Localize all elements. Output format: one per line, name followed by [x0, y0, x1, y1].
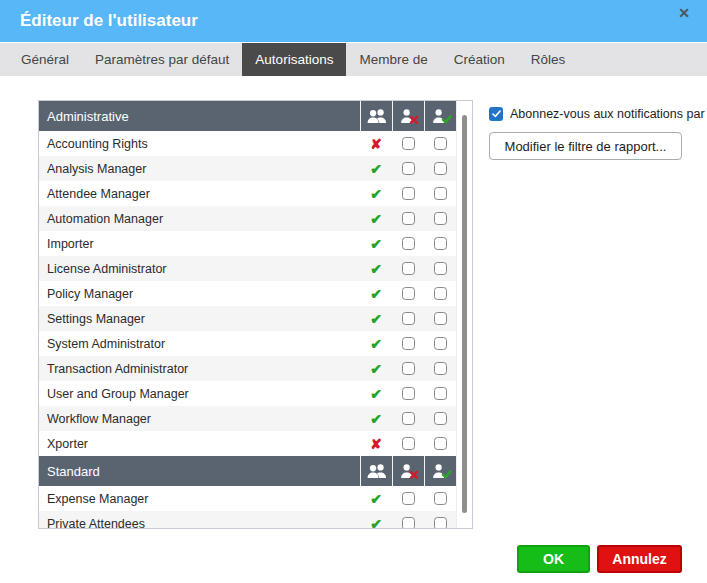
- permission-name: Attendee Manager: [39, 187, 360, 201]
- permission-name: License Administrator: [39, 262, 360, 276]
- allow-checkbox[interactable]: [434, 237, 447, 250]
- deny-checkbox[interactable]: [402, 137, 415, 150]
- allow-checkbox-cell: [424, 287, 456, 300]
- allow-checkbox[interactable]: [434, 287, 447, 300]
- permission-name: Transaction Administrator: [39, 362, 360, 376]
- ok-button[interactable]: OK: [517, 545, 590, 573]
- allow-checkbox[interactable]: [434, 387, 447, 400]
- person-allow-icon: [424, 101, 456, 131]
- check-icon: [492, 110, 501, 118]
- tab-param-tres-par-d-faut[interactable]: Paramètres par défaut: [82, 43, 242, 76]
- deny-checkbox-cell: [392, 312, 424, 325]
- allowed-check-icon: ✔: [370, 311, 382, 327]
- deny-checkbox-cell: [392, 162, 424, 175]
- deny-checkbox[interactable]: [402, 362, 415, 375]
- permission-status-cell: ✔: [360, 161, 392, 177]
- deny-checkbox[interactable]: [402, 237, 415, 250]
- allow-checkbox-cell: [424, 212, 456, 225]
- deny-checkbox[interactable]: [402, 187, 415, 200]
- permission-name: Analysis Manager: [39, 162, 360, 176]
- allow-checkbox[interactable]: [434, 262, 447, 275]
- allow-checkbox[interactable]: [434, 337, 447, 350]
- permission-name: Policy Manager: [39, 287, 360, 301]
- permission-status-cell: ✔: [360, 336, 392, 352]
- deny-checkbox[interactable]: [402, 437, 415, 450]
- allow-checkbox-cell: [424, 187, 456, 200]
- allow-checkbox[interactable]: [434, 137, 447, 150]
- permission-name: Workflow Manager: [39, 412, 360, 426]
- close-icon[interactable]: ✕: [675, 4, 693, 22]
- person-allow-icon: [424, 456, 456, 486]
- permission-name: System Administrator: [39, 337, 360, 351]
- subscribe-notifications-checkbox[interactable]: [489, 107, 503, 121]
- allowed-check-icon: ✔: [370, 211, 382, 227]
- deny-checkbox[interactable]: [402, 517, 415, 528]
- allow-checkbox[interactable]: [434, 412, 447, 425]
- person-deny-icon: [392, 456, 424, 486]
- permission-status-cell: ✘: [360, 436, 392, 452]
- deny-checkbox[interactable]: [402, 287, 415, 300]
- permission-row: Automation Manager✔: [39, 206, 456, 231]
- allowed-check-icon: ✔: [370, 516, 382, 529]
- allow-checkbox-cell: [424, 237, 456, 250]
- deny-checkbox[interactable]: [402, 262, 415, 275]
- permission-row: Xporter✘: [39, 431, 456, 456]
- deny-checkbox-cell: [392, 492, 424, 505]
- allow-checkbox[interactable]: [434, 362, 447, 375]
- deny-checkbox-cell: [392, 337, 424, 350]
- allow-checkbox-cell: [424, 162, 456, 175]
- permission-status-cell: ✔: [360, 516, 392, 529]
- deny-checkbox-cell: [392, 237, 424, 250]
- permissions-table-content: AdministrativeAccounting Rights✘Analysis…: [39, 101, 456, 528]
- cancel-button[interactable]: Annulez: [597, 545, 682, 573]
- tab-r-les[interactable]: Rôles: [518, 43, 579, 76]
- allow-checkbox[interactable]: [434, 517, 447, 528]
- permission-status-cell: ✔: [360, 286, 392, 302]
- permission-name: Accounting Rights: [39, 137, 360, 151]
- allow-checkbox[interactable]: [434, 187, 447, 200]
- person-deny-icon: [392, 101, 424, 131]
- deny-checkbox[interactable]: [402, 337, 415, 350]
- permission-status-cell: ✔: [360, 361, 392, 377]
- deny-checkbox[interactable]: [402, 412, 415, 425]
- modify-report-filter-button[interactable]: Modifier le filtre de rapport...: [489, 132, 682, 160]
- scrollbar-thumb[interactable]: [462, 115, 467, 513]
- section-header-administrative: Administrative: [39, 101, 456, 131]
- deny-checkbox[interactable]: [402, 212, 415, 225]
- allow-checkbox-cell: [424, 517, 456, 528]
- allow-checkbox-cell: [424, 137, 456, 150]
- allow-checkbox[interactable]: [434, 212, 447, 225]
- permission-name: Settings Manager: [39, 312, 360, 326]
- permission-row: Private Attendees✔: [39, 511, 456, 528]
- tab-g-n-ral[interactable]: Général: [8, 43, 82, 76]
- allow-checkbox[interactable]: [434, 312, 447, 325]
- permission-row: Workflow Manager✔: [39, 406, 456, 431]
- permission-row: Transaction Administrator✔: [39, 356, 456, 381]
- permission-row: User and Group Manager✔: [39, 381, 456, 406]
- allowed-check-icon: ✔: [370, 261, 382, 277]
- allow-checkbox[interactable]: [434, 437, 447, 450]
- tab-strip: GénéralParamètres par défautAutorisation…: [0, 43, 707, 76]
- title-bar: Éditeur de l'utilisateur ✕: [0, 0, 707, 42]
- allow-checkbox[interactable]: [434, 162, 447, 175]
- deny-checkbox[interactable]: [402, 387, 415, 400]
- allowed-check-icon: ✔: [370, 491, 382, 507]
- deny-checkbox[interactable]: [402, 492, 415, 505]
- deny-checkbox[interactable]: [402, 312, 415, 325]
- allowed-check-icon: ✔: [370, 336, 382, 352]
- allow-checkbox-cell: [424, 412, 456, 425]
- deny-checkbox-cell: [392, 362, 424, 375]
- subscribe-notifications-label: Abonnez-vous aux notifications par: [510, 107, 705, 121]
- permissions-table: AdministrativeAccounting Rights✘Analysis…: [38, 100, 473, 529]
- tab-autorisations[interactable]: Autorisations: [242, 43, 346, 76]
- tab-cr-ation[interactable]: Création: [441, 43, 518, 76]
- tab-membre-de[interactable]: Membre de: [346, 43, 440, 76]
- section-header-standard: Standard: [39, 456, 456, 486]
- deny-checkbox[interactable]: [402, 162, 415, 175]
- permission-row: Accounting Rights✘: [39, 131, 456, 156]
- permission-name: Automation Manager: [39, 212, 360, 226]
- allow-checkbox-cell: [424, 492, 456, 505]
- vertical-scrollbar[interactable]: [456, 101, 472, 528]
- permission-row: Expense Manager✔: [39, 486, 456, 511]
- allow-checkbox[interactable]: [434, 492, 447, 505]
